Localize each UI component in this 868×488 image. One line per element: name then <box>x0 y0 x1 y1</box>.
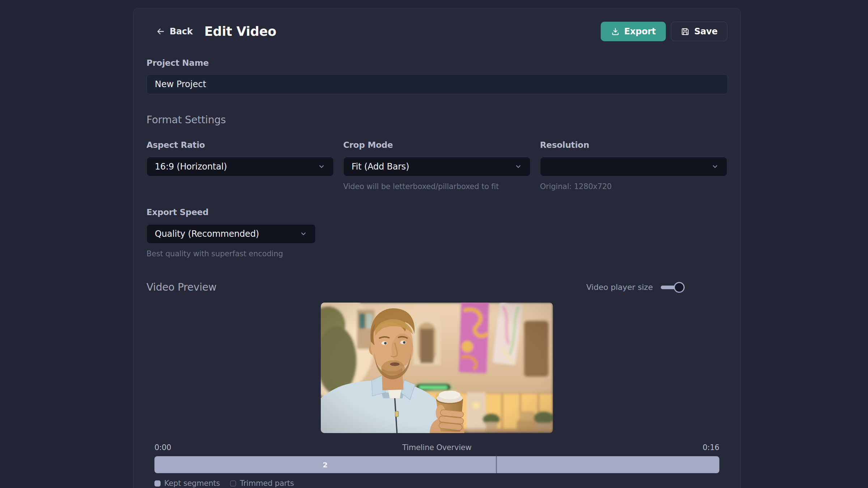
chevron-down-icon <box>299 230 307 238</box>
slider-thumb[interactable] <box>674 282 685 293</box>
project-name-input[interactable] <box>146 74 728 94</box>
timeline-labels: 0:00 Timeline Overview 0:16 <box>154 443 719 452</box>
segment-label: 2 <box>323 461 328 469</box>
download-icon <box>611 27 620 36</box>
crop-mode-select[interactable]: Fit (Add Bars) <box>343 157 531 176</box>
video-frame-image <box>321 303 553 433</box>
back-label: Back <box>170 26 193 37</box>
crop-mode-field: Crop Mode Fit (Add Bars) Video will be l… <box>343 140 531 191</box>
back-arrow-icon <box>156 27 165 36</box>
chevron-down-icon <box>318 163 326 171</box>
page-title: Edit Video <box>204 24 276 39</box>
timeline-start-time: 0:00 <box>154 443 171 452</box>
video-preview-area <box>146 303 727 433</box>
chevron-down-icon <box>711 163 719 171</box>
preview-header: Video Preview Video player size <box>146 281 727 293</box>
player-size-label: Video player size <box>586 283 653 292</box>
timeline-bar[interactable]: 2 <box>154 456 719 473</box>
crop-mode-value: Fit (Add Bars) <box>352 162 409 172</box>
timeline-title: Timeline Overview <box>171 443 702 452</box>
project-name-label: Project Name <box>146 58 727 68</box>
timeline-segment[interactable] <box>497 456 719 473</box>
timeline-segment[interactable]: 2 <box>154 456 497 473</box>
export-speed-hint: Best quality with superfast encoding <box>146 249 316 258</box>
trimmed-parts-swatch <box>230 480 236 487</box>
player-size-slider[interactable] <box>661 286 685 289</box>
export-speed-field: Export Speed Quality (Recommended) Best … <box>146 207 316 258</box>
crop-mode-hint: Video will be letterboxed/pillarboxed to… <box>343 182 531 191</box>
save-label: Save <box>694 26 718 37</box>
resolution-label: Resolution <box>540 140 727 150</box>
player-size-control: Video player size <box>586 283 685 292</box>
aspect-ratio-select[interactable]: 16:9 (Horizontal) <box>146 157 334 176</box>
timeline-legend: Kept segmentsTrimmed parts <box>154 479 719 488</box>
header-actions: Export Save <box>601 22 727 41</box>
edit-video-panel: Back Edit Video Export S <box>133 8 741 488</box>
export-speed-value: Quality (Recommended) <box>155 229 259 239</box>
export-speed-label: Export Speed <box>146 207 316 217</box>
save-button[interactable]: Save <box>671 22 727 41</box>
resolution-select[interactable] <box>540 157 727 176</box>
legend-label: Kept segments <box>164 479 220 488</box>
legend-item: Trimmed parts <box>230 479 294 488</box>
format-settings-heading: Format Settings <box>146 114 727 126</box>
crop-mode-label: Crop Mode <box>343 140 531 150</box>
kept-segments-swatch <box>154 480 161 487</box>
format-settings-grid: Aspect Ratio 16:9 (Horizontal) Crop Mode… <box>146 140 727 191</box>
video-preview-frame[interactable] <box>321 303 553 433</box>
back-button[interactable]: Back <box>146 26 193 37</box>
chevron-down-icon <box>514 163 522 171</box>
aspect-ratio-field: Aspect Ratio 16:9 (Horizontal) <box>146 140 334 191</box>
resolution-hint: Original: 1280x720 <box>540 182 727 191</box>
header: Back Edit Video Export S <box>146 21 727 42</box>
legend-label: Trimmed parts <box>240 479 294 488</box>
resolution-field: Resolution Original: 1280x720 <box>540 140 727 191</box>
project-name-field: Project Name <box>146 58 727 94</box>
video-preview-heading: Video Preview <box>146 281 217 293</box>
save-icon <box>681 27 690 36</box>
legend-item: Kept segments <box>154 479 220 488</box>
timeline-section: 0:00 Timeline Overview 0:16 2 Kept segme… <box>154 443 719 488</box>
timeline-end-time: 0:16 <box>703 443 719 452</box>
aspect-ratio-value: 16:9 (Horizontal) <box>155 162 227 172</box>
aspect-ratio-label: Aspect Ratio <box>146 140 334 150</box>
export-button[interactable]: Export <box>601 22 666 41</box>
export-speed-select[interactable]: Quality (Recommended) <box>146 224 316 244</box>
export-label: Export <box>624 26 656 37</box>
